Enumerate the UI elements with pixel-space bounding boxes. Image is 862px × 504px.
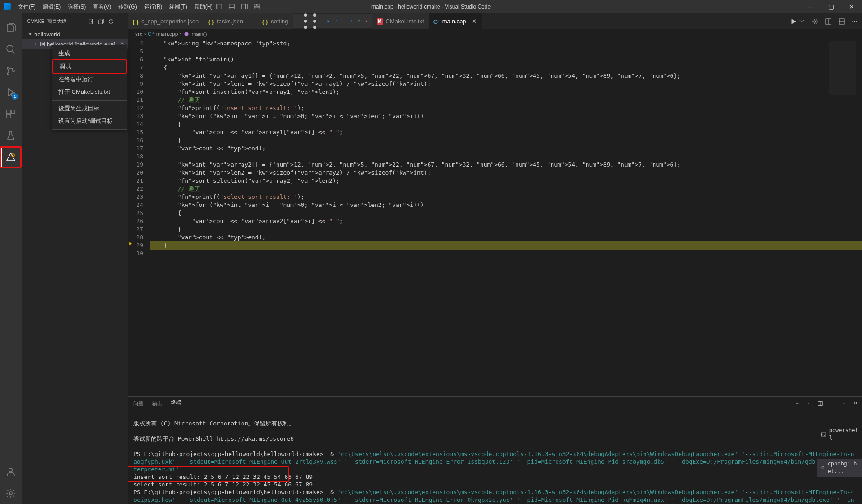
- gutter: 4567891011121314151617181920212223242526…: [128, 39, 150, 396]
- step-over-icon[interactable]: [335, 18, 337, 24]
- svg-line-10: [12, 51, 15, 53]
- panel-tabs: 问题 输出 终端 ＋ ﹀ ⋯ ✕: [128, 397, 862, 410]
- step-out-icon[interactable]: [350, 18, 353, 24]
- flask-icon: [5, 130, 16, 141]
- cpp-icon: C⁺: [433, 18, 440, 25]
- minimap[interactable]: [829, 41, 856, 95]
- more-actions-icon[interactable]: ⋯: [852, 18, 858, 25]
- layout-toggle-icon[interactable]: [838, 18, 845, 25]
- ctx-build[interactable]: 生成: [52, 47, 127, 60]
- maximize-button[interactable]: ▢: [821, 0, 841, 13]
- git-icon: [5, 66, 16, 76]
- layout-custom-icon[interactable]: [254, 4, 260, 10]
- terminal-cppdbg[interactable]: cppdbg: hel...: [817, 459, 862, 477]
- settings-icon[interactable]: [811, 18, 818, 25]
- svg-point-29: [304, 20, 307, 23]
- panel: 问题 输出 终端 ＋ ﹀ ⋯ ✕ 版权所有 (C) Microsoft Corp…: [128, 396, 862, 504]
- activity-source-control[interactable]: [0, 60, 22, 82]
- bc-file[interactable]: main.cpp: [156, 31, 178, 37]
- menu-view[interactable]: 查看(V): [89, 3, 115, 11]
- svg-rect-25: [41, 42, 45, 46]
- activity-cmake[interactable]: [0, 146, 22, 168]
- menu-terminal[interactable]: 终端(T): [166, 3, 190, 11]
- continue-icon[interactable]: [327, 18, 330, 24]
- layout-right-icon[interactable]: [241, 4, 248, 10]
- terminal-content[interactable]: 版权所有 (C) Microsoft Corporation。保留所有权利。 尝…: [128, 410, 862, 504]
- stop-icon[interactable]: [366, 18, 368, 24]
- svg-rect-17: [11, 110, 15, 114]
- panel-problems[interactable]: 问题: [133, 400, 143, 407]
- cmake-icon: [5, 152, 16, 162]
- gear-icon: [5, 488, 16, 499]
- activity-explorer[interactable]: [0, 17, 22, 39]
- ctx-open-cmakelists[interactable]: 打开 CMakeLists.txt: [52, 86, 127, 98]
- restart-icon[interactable]: [358, 18, 360, 24]
- new-terminal-icon[interactable]: ＋: [795, 400, 800, 407]
- menu-help[interactable]: 帮助(H): [191, 3, 217, 11]
- svg-point-9: [7, 45, 13, 52]
- menu-edit[interactable]: 编辑(E): [39, 3, 64, 11]
- menu-file[interactable]: 文件(F): [14, 3, 39, 11]
- editor[interactable]: 4567891011121314151617181920212223242526…: [128, 39, 862, 396]
- close-icon[interactable]: ✕: [472, 18, 477, 25]
- close-panel-icon[interactable]: ✕: [853, 400, 858, 407]
- svg-rect-39: [366, 21, 367, 22]
- symbol-icon: [183, 31, 190, 37]
- activity-account[interactable]: [0, 461, 22, 482]
- layout-left-icon[interactable]: [216, 4, 222, 10]
- terminal-powershell[interactable]: powershell: [817, 425, 862, 443]
- close-button[interactable]: ✕: [841, 0, 862, 13]
- panel-output[interactable]: 输出: [152, 400, 162, 407]
- tabs-row: { } c_cpp_properties.json { } tasks.json…: [128, 13, 862, 29]
- menu-selection[interactable]: 选择(S): [64, 3, 89, 11]
- tab-c-cpp-properties[interactable]: { } c_cpp_properties.json: [128, 13, 203, 29]
- activity-run-debug[interactable]: 1: [0, 82, 22, 103]
- svg-rect-6: [254, 4, 256, 6]
- activity-bar: 1: [0, 13, 22, 504]
- account-icon: [5, 466, 16, 477]
- menu-run[interactable]: 运行(R): [141, 3, 166, 11]
- tree-root[interactable]: helloworld: [22, 29, 128, 39]
- new-file-icon[interactable]: [88, 18, 94, 25]
- activity-testing[interactable]: [0, 125, 22, 146]
- kill-terminal-icon[interactable]: ⋯: [830, 400, 835, 407]
- maximize-panel-icon[interactable]: [841, 400, 847, 407]
- ctx-run-in-terminal[interactable]: 在终端中运行: [52, 73, 127, 86]
- svg-marker-40: [792, 19, 796, 24]
- sidebar-title: CMAKE: 项目大纲: [27, 18, 67, 25]
- svg-point-36: [336, 22, 336, 22]
- panel-terminal[interactable]: 终端: [171, 399, 181, 408]
- bc-symbol[interactable]: main(): [191, 31, 207, 37]
- refresh-icon[interactable]: [108, 18, 114, 25]
- tab-cmakelists[interactable]: M CMakeLists.txt: [372, 13, 429, 29]
- svg-point-28: [304, 13, 307, 17]
- bc-folder[interactable]: src: [135, 31, 142, 37]
- split-terminal-icon[interactable]: [817, 400, 823, 407]
- activity-search[interactable]: [0, 39, 22, 60]
- layout-controls: [216, 4, 269, 10]
- run-chevron[interactable]: ﹀: [799, 18, 805, 26]
- activity-settings[interactable]: [0, 482, 22, 504]
- activity-extensions[interactable]: [0, 103, 22, 125]
- menu-goto[interactable]: 转到(G): [115, 3, 140, 11]
- more-icon[interactable]: ⋯: [118, 18, 123, 25]
- sidebar-header: CMAKE: 项目大纲 ⋯: [22, 13, 128, 29]
- ctx-debug[interactable]: 调试: [52, 59, 127, 74]
- minimize-button[interactable]: ─: [800, 0, 821, 13]
- layout-bottom-icon[interactable]: [229, 4, 235, 10]
- tab-settings[interactable]: { } setting: [257, 13, 293, 29]
- svg-rect-18: [7, 114, 10, 118]
- terminal-dropdown-icon[interactable]: ﹀: [806, 400, 811, 407]
- tab-main-cpp[interactable]: C⁺ main.cpp ✕: [429, 13, 483, 29]
- editor-actions: ﹀ ⋯: [790, 13, 862, 29]
- run-dropdown-icon[interactable]: [790, 18, 797, 25]
- split-icon[interactable]: [825, 18, 832, 25]
- ctx-set-build-target[interactable]: 设置为生成目标: [52, 102, 127, 115]
- svg-rect-24: [99, 20, 103, 24]
- tab-tasks-json[interactable]: { } tasks.json: [203, 13, 257, 29]
- svg-marker-46: [129, 242, 132, 245]
- save-all-icon[interactable]: [98, 18, 104, 25]
- svg-point-33: [313, 26, 316, 29]
- step-into-icon[interactable]: [343, 18, 345, 24]
- ctx-set-launch-target[interactable]: 设置为启动/调试目标: [52, 115, 127, 127]
